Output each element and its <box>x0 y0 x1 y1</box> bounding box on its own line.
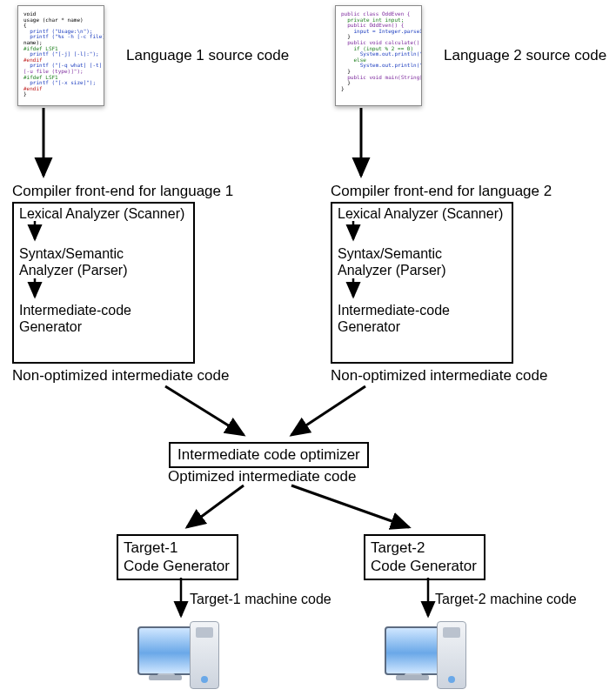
label-src1: Language 1 source code <box>126 47 289 64</box>
fe1-stage-lexical: Lexical Analyzer (Scanner) <box>19 206 188 222</box>
fe1-stage-syntax-b: Analyzer (Parser) <box>19 263 188 278</box>
target2-box: Target-2 Code Generator <box>364 534 485 580</box>
svg-line-10 <box>291 485 409 527</box>
fe2-stage-ic-b: Generator <box>338 319 506 335</box>
label-target1-code: Target-1 machine code <box>190 592 331 607</box>
label-optimized: Optimized intermediate code <box>168 468 356 485</box>
label-fe2-title: Compiler front-end for language 2 <box>331 183 552 200</box>
optimizer-label: Intermediate code optimizer <box>177 446 360 463</box>
source-code-2: public class OddEven { private int input… <box>335 5 422 106</box>
computer-icon-1 <box>137 621 220 693</box>
fe2-stage-lexical: Lexical Analyzer (Scanner) <box>338 206 506 222</box>
svg-line-8 <box>291 386 365 435</box>
svg-line-7 <box>165 386 244 435</box>
fe2-stage-syntax-b: Analyzer (Parser) <box>338 263 506 278</box>
fe1-stage-syntax-a: Syntax/Semantic <box>19 246 188 262</box>
source-code-1: voidusage (char * name){ printf ("Usage:… <box>17 5 104 106</box>
label-nonopt2: Non-optimized intermediate code <box>331 367 547 385</box>
fe1-stage-ic-b: Generator <box>19 319 188 335</box>
fe1-stage-ic-a: Intermediate-code <box>19 303 188 318</box>
target1-box: Target-1 Code Generator <box>117 534 238 580</box>
frontend-box-2: Lexical Analyzer (Scanner) Syntax/Semant… <box>331 202 513 364</box>
target2-line1: Target-2 <box>371 539 479 557</box>
svg-line-9 <box>187 485 244 527</box>
label-nonopt1: Non-optimized intermediate code <box>12 367 229 385</box>
fe2-stage-syntax-a: Syntax/Semantic <box>338 246 506 262</box>
frontend-box-1: Lexical Analyzer (Scanner) Syntax/Semant… <box>12 202 195 364</box>
target1-line2: Code Generator <box>124 557 231 575</box>
computer-icon-2 <box>385 621 467 693</box>
label-target2-code: Target-2 machine code <box>435 592 577 607</box>
label-src2: Language 2 source code <box>444 47 606 64</box>
fe2-stage-ic-a: Intermediate-code <box>338 303 506 318</box>
target2-line2: Code Generator <box>371 557 479 575</box>
label-fe1-title: Compiler front-end for language 1 <box>12 183 233 200</box>
optimizer-box: Intermediate code optimizer <box>169 442 369 468</box>
target1-line1: Target-1 <box>124 539 231 557</box>
